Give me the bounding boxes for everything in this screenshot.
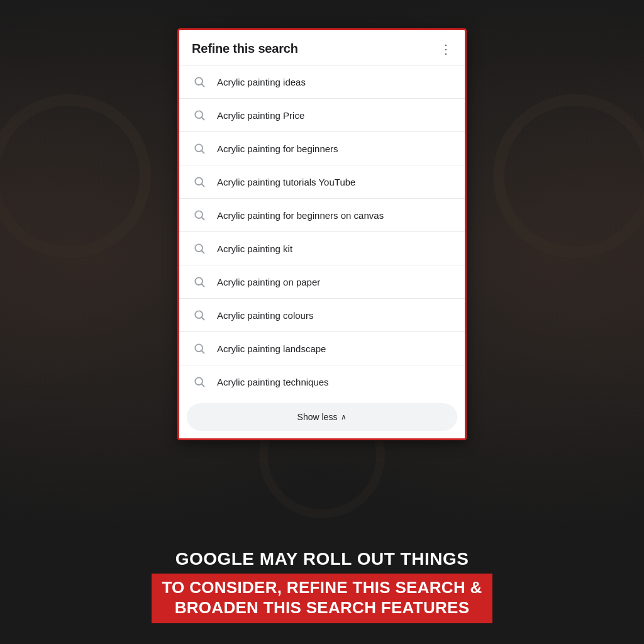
search-item[interactable]: Acrylic painting colours: [179, 299, 465, 332]
search-items-list: Acrylic painting ideas Acrylic painting …: [179, 65, 465, 398]
search-item[interactable]: Acrylic painting for beginners: [179, 132, 465, 165]
search-card: Refine this search ⋮ Acrylic painting id…: [177, 28, 467, 440]
svg-line-15: [202, 318, 204, 320]
show-less-button[interactable]: Show less ∧: [187, 403, 457, 431]
bottom-main-text: GOOGLE MAY ROLL OUT THINGS: [175, 548, 469, 570]
bottom-highlight-line3: BROADEN THIS SEARCH FEATURES: [162, 597, 482, 618]
bottom-text-area: GOOGLE MAY ROLL OUT THINGS TO CONSIDER, …: [0, 528, 644, 644]
svg-line-9: [202, 218, 204, 220]
search-item-label: Acrylic painting landscape: [217, 343, 326, 354]
search-item-label: Acrylic painting for beginners on canvas: [217, 210, 384, 221]
search-icon: [192, 374, 207, 389]
search-item[interactable]: Acrylic painting for beginners on canvas: [179, 199, 465, 232]
search-icon: [192, 274, 207, 289]
search-item[interactable]: Acrylic painting kit: [179, 232, 465, 265]
search-icon: [192, 141, 207, 156]
search-item[interactable]: Acrylic painting Price: [179, 99, 465, 132]
svg-line-19: [202, 384, 204, 387]
search-item-label: Acrylic painting ideas: [217, 77, 306, 87]
svg-line-13: [202, 284, 204, 287]
svg-line-11: [202, 251, 204, 253]
search-item[interactable]: Acrylic painting landscape: [179, 332, 465, 365]
svg-line-3: [202, 118, 204, 120]
search-icon: [192, 241, 207, 256]
card-header: Refine this search ⋮: [179, 30, 465, 65]
search-item[interactable]: Acrylic painting on paper: [179, 265, 465, 299]
chevron-up-icon: ∧: [341, 413, 347, 421]
bottom-highlight-line2: TO CONSIDER, REFINE THIS SEARCH &: [162, 577, 482, 598]
svg-line-5: [202, 151, 204, 153]
card-title: Refine this search: [192, 42, 298, 56]
search-item[interactable]: Acrylic painting techniques: [179, 365, 465, 398]
search-item-label: Acrylic painting colours: [217, 310, 313, 321]
search-item-label: Acrylic painting Price: [217, 110, 304, 121]
search-icon: [192, 308, 207, 323]
svg-line-7: [202, 184, 204, 187]
bottom-highlight-box: TO CONSIDER, REFINE THIS SEARCH & BROADE…: [152, 574, 492, 623]
svg-line-1: [202, 84, 204, 87]
search-icon: [192, 108, 207, 123]
search-icon: [192, 74, 207, 89]
search-icon: [192, 341, 207, 356]
more-options-icon[interactable]: ⋮: [440, 43, 452, 55]
search-item-label: Acrylic painting on paper: [217, 277, 320, 287]
search-icon: [192, 174, 207, 189]
search-item-label: Acrylic painting tutorials YouTube: [217, 177, 355, 187]
search-item-label: Acrylic painting kit: [217, 243, 292, 254]
search-item[interactable]: Acrylic painting tutorials YouTube: [179, 165, 465, 199]
search-item[interactable]: Acrylic painting ideas: [179, 65, 465, 99]
svg-line-17: [202, 351, 204, 353]
search-icon: [192, 208, 207, 223]
search-item-label: Acrylic painting for beginners: [217, 143, 338, 154]
search-item-label: Acrylic painting techniques: [217, 377, 329, 387]
show-less-label: Show less: [297, 412, 338, 422]
